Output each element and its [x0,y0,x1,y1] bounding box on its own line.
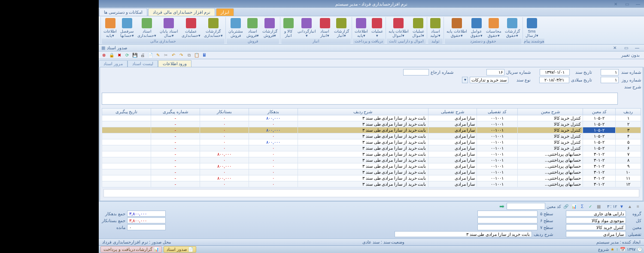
cell-tc[interactable]: ۰۰۱۰۰۱ [477,133,518,139]
cell-tc[interactable]: ۰۰۱۰۰۱ [477,127,518,133]
input-ref[interactable] [403,69,429,75]
cell-db[interactable]: ۰ [249,181,298,187]
doc-close-icon[interactable]: ✕ [611,45,619,51]
cell-td[interactable]: سارا مرادی [428,133,477,139]
tb-close-icon[interactable]: ⊗ [100,52,107,58]
ribbon-g8-i1[interactable]: Sms▾ارسال [524,17,540,39]
dropdown-icon[interactable]: ▾ [462,77,468,83]
cell-mc[interactable]: ۱۰۵۰۲ [583,115,616,121]
ribbon-g5-i1[interactable]: اطلاعات پایه▾اموال [387,17,411,39]
cell-db[interactable]: ۰ [249,121,298,127]
cell-tdt[interactable] [102,139,151,145]
table-row[interactable]: ۲۱۰۵۰۲کنترل خرید کالا۰۰۱۰۰۱سارا مرادیباب… [102,121,641,127]
cell-tc[interactable]: ۰۰۱۰۰۱ [477,115,518,121]
tab-accounting[interactable]: نرم افزار حسابدارای مالی فرداد [148,8,215,16]
sigma-icon[interactable]: Σ [579,203,586,210]
cell-tc[interactable]: ۰۰۱۰۰۱ [477,169,518,175]
ribbon-g1-i5[interactable]: عملیات▾حسابداری [180,17,202,39]
cell-r[interactable]: ۵ [616,139,641,145]
start-label[interactable]: شروع [598,247,609,252]
cell-tn[interactable]: - [151,175,200,181]
input-date[interactable] [540,69,570,75]
cell-tn[interactable]: - [151,181,200,187]
ribbon-g3-i4[interactable]: گزارشات▾انبار [332,17,351,39]
tab-review[interactable]: مرور اسناد [99,60,128,67]
cell-td[interactable]: سارا مرادی [428,175,477,181]
cell-rd[interactable]: بابت خرید از سارا مرادی طی سند ۳ [298,175,428,181]
cell-mc[interactable]: ۳۰۱۰۲ [583,175,616,181]
calendar-icon[interactable]: 📅 [620,247,625,252]
down-blue-icon[interactable]: ▼ [618,203,625,210]
cell-tdt[interactable] [102,121,151,127]
cell-db[interactable]: ۰ [249,157,298,163]
cell-tn[interactable]: - [151,163,200,169]
cell-td[interactable]: سارا مرادی [428,145,477,151]
cell-r[interactable]: ۳ [616,127,641,133]
cell-mc[interactable]: ۱۰۵۰۲ [583,139,616,145]
cell-r[interactable]: ۸ [616,157,641,163]
ribbon-g3-i1[interactable]: کالا وانبار [281,17,296,39]
grid2-icon[interactable]: ▦ [595,203,602,210]
tb-redo-icon[interactable]: ↷ [178,52,185,58]
cell-tdt[interactable] [102,115,151,121]
cell-rd[interactable]: بابت خرید از سارا مرادی طی سند ۳ [298,151,428,157]
tb-save-icon[interactable]: 💾 [131,52,138,58]
up-arrow-icon[interactable]: ↑ [616,247,618,252]
go-icon[interactable]: ➡ [498,203,505,210]
cell-tn[interactable]: - [151,139,200,145]
cell-cr[interactable]: ۰ [200,157,249,163]
cell-db[interactable]: ۰ [249,151,298,157]
cell-rd[interactable]: بابت خرید از سارا مرادی طی سند ۳ [298,169,428,175]
cell-tdt[interactable] [102,163,151,169]
table-row[interactable]: ۱۲۳۰۱۰۲حسابهای پرداختنی...۰۰۱۰۰۱سارا مرا… [102,181,641,187]
tb-paste-icon[interactable]: 📋 [193,52,200,58]
cell-td[interactable]: سارا مرادی [428,163,477,169]
cell-db[interactable]: ۸۰۰,۰۰۰ [249,127,298,133]
cell-cr[interactable]: ۰ [200,133,249,139]
col-debit[interactable]: بدهکار [249,108,298,115]
cell-md[interactable]: حسابهای پرداختنی... [518,181,583,187]
cell-tc[interactable]: ۰۰۱۰۰۱ [477,175,518,181]
cell-tdt[interactable] [102,175,151,181]
code-input[interactable] [507,203,545,210]
cell-md[interactable]: کنترل خرید کالا [518,127,583,133]
doc-restore-icon[interactable]: ▭ [622,45,630,51]
cell-r[interactable]: ۲ [616,121,641,127]
table-row[interactable]: ۹۳۰۱۰۲حسابهای پرداختنی...۰۰۱۰۰۱سارا مراد… [102,163,641,169]
tb-lock-icon[interactable]: 🔒 [108,52,115,58]
cell-mc[interactable]: ۱۰۵۰۲ [583,121,616,127]
cell-tdt[interactable] [102,157,151,163]
tb-edit-icon[interactable]: ✎ [155,52,161,58]
cell-rd[interactable]: بابت خرید از سارا مرادی طی سند ۳ [298,145,428,151]
desc-textarea[interactable] [102,93,618,105]
minimize-icon[interactable]: — [634,1,642,6]
cell-tdt[interactable] [102,169,151,175]
tb-copy-icon[interactable]: ⧉ [185,52,192,58]
ribbon-g1-i3[interactable]: اسناد▾حسابداری [136,17,158,39]
cell-cr[interactable]: ۸۰۰,۰۰۰ [200,175,249,181]
cell-tn[interactable]: - [151,169,200,175]
ribbon-g1-i1[interactable]: اطلاعات▾پایه [102,17,118,39]
ribbon-g4-i1[interactable]: اطلاعات▾پایه [353,17,370,39]
up2-icon[interactable]: ≡ [635,203,641,210]
cell-md[interactable]: کنترل خرید کالا [518,145,583,151]
cell-md[interactable]: حسابهای پرداختنی... [518,151,583,157]
table-row[interactable]: ۶۱۰۵۰۲کنترل خرید کالا۰۰۱۰۰۱سارا مرادیباب… [102,145,641,151]
ribbon-g6-i1[interactable]: اسناد▾تولید [428,17,443,39]
task-reports[interactable]: 📊 گزارشات دریافت و پرداخت [100,246,162,253]
cell-tn[interactable]: - [151,121,200,127]
ribbon-g1-i4[interactable]: اسناد پایان▾سال [158,17,180,39]
tb-print-icon[interactable]: 🖨 [139,52,146,58]
col-row[interactable]: ردیف [616,108,641,115]
input-serial[interactable] [486,69,504,75]
cell-rd[interactable]: بابت خرید از سارا مرادی طی سند ۳ [298,121,428,127]
cell-tdt[interactable] [102,151,151,157]
cell-r[interactable]: ۱۱ [616,175,641,181]
table-row[interactable]: ۵۱۰۵۰۲کنترل خرید کالا۰۰۱۰۰۱سارا مرادیباب… [102,139,641,145]
cell-cr[interactable]: ۰ [200,145,249,151]
table-row[interactable]: ۳۱۰۵۰۲کنترل خرید کالا۰۰۱۰۰۱سارا مرادیباب… [102,127,641,133]
cell-rd[interactable]: بابت خرید از سارا مرادی طی سند ۳ [298,133,428,139]
cell-rd[interactable]: بابت خرید از سارا مرادی طی سند ۳ [298,157,428,163]
cell-td[interactable]: سارا مرادی [428,169,477,175]
cell-mc[interactable]: ۳۰۱۰۲ [583,163,616,169]
